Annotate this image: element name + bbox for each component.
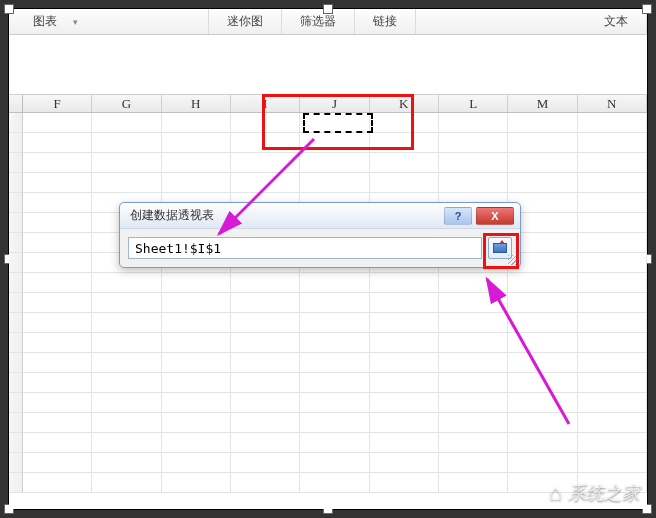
range-input[interactable] xyxy=(128,237,482,259)
column-header[interactable]: G xyxy=(92,95,161,112)
ribbon-group-links[interactable]: 链接 xyxy=(355,9,416,34)
column-header[interactable]: J xyxy=(300,95,369,112)
column-header[interactable]: M xyxy=(508,95,577,112)
column-header[interactable]: I xyxy=(231,95,300,112)
ribbon-group-filter[interactable]: 筛选器 xyxy=(282,9,355,34)
column-header[interactable]: F xyxy=(23,95,92,112)
close-icon: X xyxy=(491,210,498,222)
watermark: ⌂ 系统之家 xyxy=(549,480,640,506)
ribbon-label: 图表 xyxy=(33,13,57,30)
ribbon-label: 迷你图 xyxy=(227,13,263,30)
ribbon-group-charts[interactable]: 图表 xyxy=(9,9,209,34)
grid[interactable] xyxy=(9,113,647,493)
create-pivot-dialog[interactable]: 创建数据透视表 ? X xyxy=(119,202,521,268)
ribbon-group-text[interactable]: 文本 xyxy=(586,9,647,34)
column-header[interactable]: N xyxy=(578,95,647,112)
ribbon-group-sparklines[interactable]: 迷你图 xyxy=(209,9,282,34)
app-frame: 图表 迷你图 筛选器 链接 文本 F G H I J K L M N xyxy=(8,8,648,510)
column-header[interactable]: L xyxy=(439,95,508,112)
dialog-resize-grip[interactable] xyxy=(508,255,518,265)
watermark-logo-icon: ⌂ xyxy=(549,480,562,506)
dialog-body xyxy=(120,229,520,267)
sheet-area: F G H I J K L M N xyxy=(9,35,647,509)
help-icon: ? xyxy=(455,210,462,222)
collapse-icon xyxy=(493,243,507,253)
resize-handle[interactable] xyxy=(323,4,333,14)
column-header-row: F G H I J K L M N xyxy=(9,95,647,113)
column-header[interactable]: K xyxy=(370,95,439,112)
resize-handle[interactable] xyxy=(642,4,652,14)
ribbon-label: 筛选器 xyxy=(300,13,336,30)
dialog-titlebar[interactable]: 创建数据透视表 ? X xyxy=(120,203,520,229)
select-all-corner[interactable] xyxy=(9,95,23,112)
dialog-close-button[interactable]: X xyxy=(476,207,514,225)
ribbon-label: 链接 xyxy=(373,13,397,30)
dialog-title-text: 创建数据透视表 xyxy=(130,207,214,224)
ribbon-label: 文本 xyxy=(604,13,628,30)
dialog-help-button[interactable]: ? xyxy=(444,207,472,225)
watermark-text: 系统之家 xyxy=(568,481,640,505)
column-header[interactable]: H xyxy=(162,95,231,112)
blank-gap xyxy=(9,35,647,95)
resize-handle[interactable] xyxy=(4,4,14,14)
